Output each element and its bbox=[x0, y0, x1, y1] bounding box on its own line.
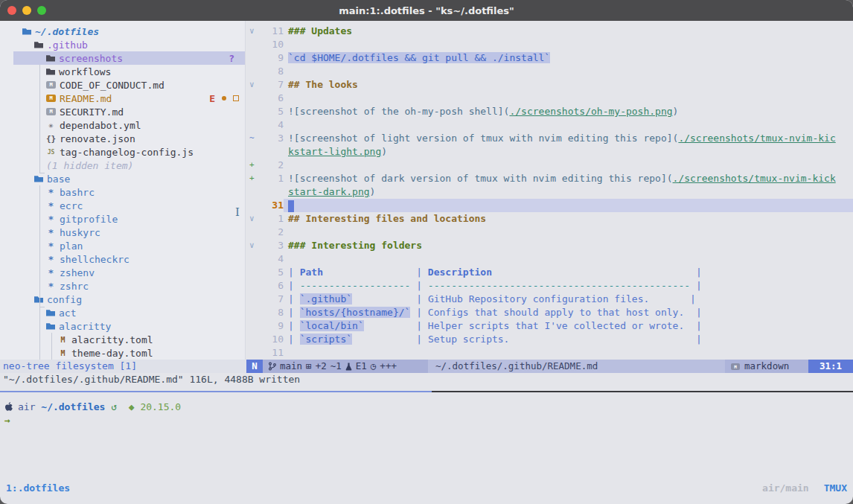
folder-icon bbox=[34, 41, 43, 49]
text-segment: Setup scripts. bbox=[428, 334, 510, 345]
tree-item--.dotfiles[interactable]: ~/.dotfiles bbox=[0, 25, 245, 38]
text-segment: ### Interesting folders bbox=[288, 240, 422, 251]
git-extra: +++ bbox=[380, 360, 397, 373]
line-number: 11 bbox=[261, 346, 284, 360]
tree-item-zshrc[interactable]: *zshrc bbox=[0, 279, 245, 293]
mouse-ibeam-cursor: I bbox=[235, 205, 240, 219]
minimize-window-button[interactable] bbox=[22, 6, 31, 15]
editor-line[interactable]: 7| `.github` | GitHub Repository configu… bbox=[246, 293, 853, 306]
line-number: 8 bbox=[261, 65, 284, 78]
tree-item-alacritty.toml[interactable]: Malacritty.toml bbox=[0, 333, 245, 346]
git-added-count: +2 bbox=[316, 360, 327, 373]
tree-item-label: zshenv bbox=[60, 267, 95, 278]
editor-line[interactable]: +1![screenshot of dark version of tmux w… bbox=[246, 172, 853, 185]
line-number: 3 bbox=[261, 132, 284, 145]
tree-item-code-of-conduct.md[interactable]: MCODE_OF_CONDUCT.md bbox=[0, 78, 245, 92]
tree-item-bashrc[interactable]: *bashrc bbox=[0, 185, 245, 199]
tree-item-theme-day.toml[interactable]: Mtheme-day.toml bbox=[0, 346, 245, 360]
editor-line[interactable]: 10| `scripts` | Setup scripts. | bbox=[246, 333, 853, 346]
folder-icon bbox=[46, 322, 55, 331]
editor-line[interactable]: 8 bbox=[246, 65, 853, 78]
editor-line[interactable]: ∨1## Interesting files and locations bbox=[246, 212, 853, 226]
tree-item-gitprofile[interactable]: *gitprofile bbox=[0, 212, 245, 226]
tree-item-tag-changelog-config.js[interactable]: JStag-changelog-config.js bbox=[0, 145, 245, 159]
editor-line[interactable]: 8| `hosts/{hostname}/` | Configs that sh… bbox=[246, 306, 853, 319]
text-segment: | bbox=[684, 293, 696, 304]
tree-item-plan[interactable]: *plan bbox=[0, 239, 245, 252]
editor-line[interactable]: kstart-light.png) bbox=[246, 145, 853, 159]
line-text bbox=[284, 252, 853, 266]
editor-line[interactable]: start-dark.png) bbox=[246, 185, 853, 199]
editor-line[interactable]: 4 bbox=[246, 118, 853, 132]
tree-item-readme.md[interactable]: MREADME.mdE bbox=[0, 92, 245, 105]
line-text bbox=[284, 65, 853, 78]
tree-item-label: (1 hidden item) bbox=[46, 160, 133, 171]
tree-item-huskyrc[interactable]: *huskyrc bbox=[0, 226, 245, 239]
tree-item-act[interactable]: act bbox=[0, 306, 245, 319]
editor-line[interactable]: 5| Path | Description | bbox=[246, 266, 853, 279]
modified-dot-mark bbox=[222, 96, 226, 101]
tree-item-config[interactable]: config bbox=[0, 293, 245, 306]
pane-border-inactive[interactable] bbox=[432, 391, 853, 392]
tree-item-base[interactable]: base bbox=[0, 172, 245, 185]
editor-line[interactable]: 11 bbox=[246, 346, 853, 360]
editor-line[interactable]: 9| `local/bin` | Helper scripts that I'v… bbox=[246, 319, 853, 333]
editor-line[interactable]: +2 bbox=[246, 159, 853, 172]
editor-buffer[interactable]: ∨11### Updates109`cd $HOME/.dotfiles && … bbox=[246, 21, 853, 360]
line-text: | `scripts` | Setup scripts. | bbox=[284, 333, 853, 346]
tree-item--1-hidden-item-[interactable]: (1 hidden item) bbox=[0, 159, 245, 172]
editor-line[interactable]: 5![screenshot of the oh-my-posh shell](.… bbox=[246, 105, 853, 118]
text-segment bbox=[364, 320, 411, 331]
editor-line[interactable]: 2 bbox=[246, 226, 853, 239]
tree-item-workflows[interactable]: workflows bbox=[0, 65, 245, 78]
editor-line[interactable]: 6| ------------------- | ---------------… bbox=[246, 279, 853, 293]
line-text: | `local/bin` | Helper scripts that I've… bbox=[284, 319, 853, 333]
tree-item-label: config bbox=[47, 294, 82, 305]
tmux-window-tab[interactable]: 1:.dotfiles bbox=[6, 482, 70, 494]
tmux-status-bar: 1:.dotfiles air/main TMUX bbox=[0, 480, 853, 495]
editor-line[interactable]: 4 bbox=[246, 252, 853, 266]
tree-item-label: bashrc bbox=[60, 187, 95, 198]
line-number: 5 bbox=[261, 266, 284, 279]
pane-border-active[interactable] bbox=[0, 391, 432, 392]
tree-item-ecrc[interactable]: *ecrc bbox=[0, 199, 245, 212]
line-number: 7 bbox=[261, 78, 284, 92]
close-window-button[interactable] bbox=[7, 6, 16, 15]
line-text: `cd $HOME/.dotfiles && git pull && ./ins… bbox=[284, 51, 853, 65]
tree-item-renovate.json[interactable]: {}renovate.json bbox=[0, 132, 245, 145]
text-segment: `local/bin` bbox=[300, 320, 364, 331]
tree-item-screenshots[interactable]: screenshots? bbox=[0, 51, 245, 65]
tree-item-.github[interactable]: .github bbox=[0, 38, 245, 51]
text-segment: ./screenshots/tmux-nvim-kic bbox=[678, 133, 835, 144]
toml-file-icon: M bbox=[58, 335, 68, 345]
git-changed-count: ~1 bbox=[330, 360, 342, 373]
line-text: kstart-light.png) bbox=[284, 145, 853, 159]
tree-item-label: renovate.json bbox=[60, 133, 135, 144]
editor-line[interactable]: 31 bbox=[246, 199, 853, 212]
tree-item-dependabot.yml[interactable]: ✳dependabot.yml bbox=[0, 118, 245, 132]
editor-line[interactable]: ∨3### Interesting folders bbox=[246, 239, 853, 252]
tree-item-shellcheckrc[interactable]: *shellcheckrc bbox=[0, 252, 245, 266]
text-segment: Helper scripts that I've collected or wr… bbox=[428, 320, 684, 331]
zoom-window-button[interactable] bbox=[37, 6, 46, 15]
fold-arrow-icon: ∨ bbox=[246, 78, 261, 92]
editor-line[interactable]: ∨7## The looks bbox=[246, 78, 853, 92]
tree-item-zshenv[interactable]: *zshenv bbox=[0, 266, 245, 279]
star-file-icon: * bbox=[46, 241, 56, 251]
editor-line[interactable]: 10 bbox=[246, 38, 853, 51]
text-segment: ## Interesting files and locations bbox=[288, 213, 486, 224]
tree-item-security.md[interactable]: MSECURITY.md bbox=[0, 105, 245, 118]
git-status-segment: main ⊞ +2 ~1 E1 ◷ +++ bbox=[263, 360, 428, 373]
tree-item-alacritty[interactable]: alacritty bbox=[0, 319, 245, 333]
shell-input-line[interactable]: → bbox=[0, 413, 853, 427]
editor-line[interactable]: ~3![screenshot of light version of tmux … bbox=[246, 132, 853, 145]
fold-arrow-icon: ∨ bbox=[246, 25, 261, 38]
text-segment: ## The looks bbox=[288, 79, 358, 90]
editor-line[interactable]: 6 bbox=[246, 92, 853, 105]
editor-line[interactable]: 9`cd $HOME/.dotfiles && git pull && ./in… bbox=[246, 51, 853, 65]
tree-item-label: gitprofile bbox=[60, 214, 118, 225]
editor-line[interactable]: ∨11### Updates bbox=[246, 25, 853, 38]
line-number: 1 bbox=[261, 212, 284, 226]
shell-pane[interactable]: air ~/.dotfiles ↺ ◆ 20.15.0 → bbox=[0, 393, 853, 480]
text-segment bbox=[492, 267, 690, 278]
